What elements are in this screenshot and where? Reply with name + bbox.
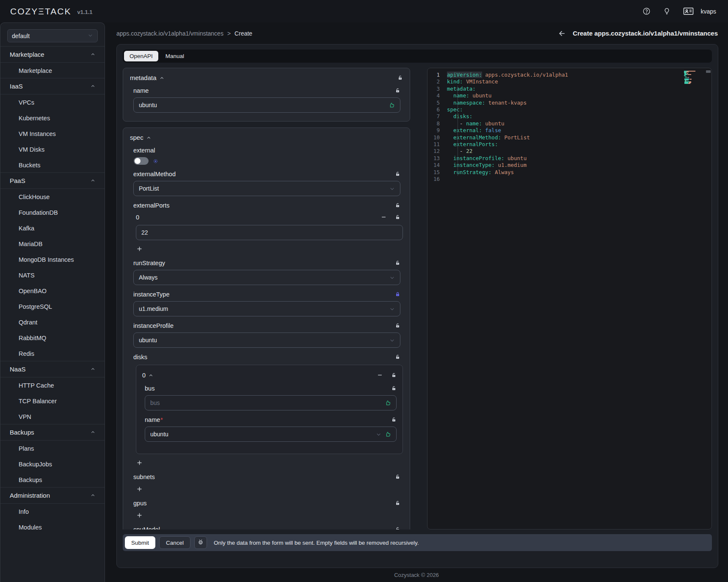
lock-icon[interactable] (391, 385, 397, 391)
tab-openapi[interactable]: OpenAPI (124, 51, 158, 61)
cancel-button[interactable]: Cancel (159, 536, 190, 549)
chevron-up-icon (91, 492, 95, 499)
lock-icon[interactable] (395, 171, 400, 177)
sidebar-item-qdrant[interactable]: Qdrant (0, 314, 105, 330)
editor-minimap[interactable] (684, 71, 703, 85)
runStrategy-select[interactable]: Always (133, 270, 400, 285)
sidebar-section-iaas[interactable]: IaaS (0, 78, 105, 94)
sidebar-item-backups[interactable]: Backups (0, 472, 105, 488)
sidebar-item-backupjobs[interactable]: BackupJobs (0, 456, 105, 472)
sidebar-item-nats[interactable]: NATS (0, 267, 105, 283)
sidebar-section-administration[interactable]: Administration (0, 487, 105, 504)
field-label: bus (145, 385, 154, 392)
field-externalMethod: externalMethod PortList (133, 171, 400, 196)
lock-icon[interactable] (395, 202, 400, 208)
sidebar-item-tcp-balancer[interactable]: TCP Balancer (0, 393, 105, 409)
sidebar-item-openbao[interactable]: OpenBAO (0, 283, 105, 299)
default-indicator-icon[interactable] (153, 159, 158, 164)
remove-item-button[interactable] (376, 371, 384, 379)
action-bar: Submit Cancel Only the data from the for… (123, 534, 712, 551)
line-number: 10 (427, 134, 447, 141)
sidebar-item-kafka[interactable]: Kafka (0, 220, 105, 236)
field-disk-name: name* ubuntu (145, 416, 397, 442)
externalMethod-select[interactable]: PortList (133, 181, 400, 196)
editor-scrollbar[interactable] (706, 70, 711, 73)
disk-name-select[interactable]: ubuntu (145, 427, 397, 442)
thumbs-up-icon[interactable] (389, 102, 395, 108)
breadcrumb-path[interactable]: apps.cozystack.io/v1alpha1/vminstances (116, 30, 223, 37)
add-disk-button[interactable] (136, 459, 145, 466)
metadata-name-input[interactable] (139, 102, 385, 108)
disk-bus-input[interactable] (150, 399, 381, 406)
thumbs-up-icon[interactable] (385, 431, 391, 438)
sidebar-item-kubernetes[interactable]: Kubernetes (0, 110, 105, 126)
sidebar-item-mongodb-instances[interactable]: MongoDB Instances (0, 252, 105, 267)
help-icon[interactable] (643, 7, 651, 15)
add-externalPort-button[interactable] (136, 245, 145, 252)
sidebar-section-paas[interactable]: PaaS (0, 172, 105, 189)
collapse-caret-icon[interactable] (149, 373, 153, 378)
lock-icon[interactable] (395, 500, 400, 506)
field-label: runStrategy (133, 260, 165, 266)
lock-icon[interactable] (395, 214, 400, 220)
line-number: 3 (427, 86, 447, 92)
user-badge-icon[interactable] (683, 7, 694, 16)
sidebar-item-buckets[interactable]: Buckets (0, 157, 105, 173)
section-spec: spec external (123, 127, 410, 529)
sidebar-item-vpn[interactable]: VPN (0, 409, 105, 424)
sidebar-item-marketplace[interactable]: Marketplace (0, 63, 105, 78)
sidebar-item-plans[interactable]: Plans (0, 441, 105, 456)
sidebar-item-redis[interactable]: Redis (0, 346, 105, 361)
sidebar-section-marketplace[interactable]: Marketplace (0, 46, 105, 63)
submit-button[interactable]: Submit (125, 536, 155, 549)
sidebar-item-vm-instances[interactable]: VM Instances (0, 126, 105, 141)
sidebar-item-clickhouse[interactable]: ClickHouse (0, 189, 105, 205)
sidebar-item-vpcs[interactable]: VPCs (0, 94, 105, 110)
instanceType-select[interactable]: u1.medium (133, 301, 400, 316)
lock-icon[interactable] (395, 323, 400, 329)
sidebar-section-backups[interactable]: Backups (0, 424, 105, 441)
yaml-editor[interactable]: 1apiVersion: apps.cozystack.io/v1alpha12… (427, 68, 712, 529)
lock-icon[interactable] (395, 474, 400, 480)
sidebar-item-vm-disks[interactable]: VM Disks (0, 141, 105, 157)
theme-lightbulb-icon[interactable] (663, 7, 670, 15)
sidebar-item-rabbitmq[interactable]: RabbitMQ (0, 330, 105, 346)
lock-icon[interactable] (397, 75, 403, 81)
lock-icon[interactable] (391, 417, 397, 423)
remove-item-button[interactable] (380, 213, 388, 221)
sidebar-item-modules[interactable]: Modules (0, 519, 105, 535)
back-arrow-icon[interactable] (558, 29, 566, 38)
sidebar-item-foundationdb[interactable]: FoundationDB (0, 205, 105, 220)
sidebar-section-naas[interactable]: NaaS (0, 361, 105, 377)
editor-line: 10 externalMethod: PortList (427, 134, 711, 141)
namespace-select[interactable]: default (7, 29, 98, 42)
add-gpu-button[interactable] (136, 512, 145, 519)
sidebar-item-http-cache[interactable]: HTTP Cache (0, 377, 105, 393)
lock-icon[interactable] (395, 354, 400, 360)
lock-icon[interactable] (395, 260, 400, 266)
sidebar-item-info[interactable]: Info (0, 504, 105, 519)
external-toggle[interactable] (134, 157, 149, 165)
lock-icon[interactable] (395, 88, 400, 94)
chevron-up-icon (91, 51, 95, 58)
field-label: subnets (133, 474, 155, 480)
lock-locked-icon[interactable] (395, 291, 400, 297)
add-subnet-button[interactable] (136, 485, 145, 493)
line-number: 7 (427, 113, 447, 120)
field-disks: disks (133, 354, 400, 360)
instanceProfile-select[interactable]: ubuntu (133, 333, 400, 348)
debug-button[interactable] (194, 536, 207, 549)
lock-icon[interactable] (395, 527, 400, 529)
lock-icon[interactable] (391, 372, 397, 378)
username[interactable]: kvaps (700, 8, 716, 15)
thumbs-up-icon[interactable] (385, 400, 391, 406)
required-marker: * (160, 416, 163, 423)
externalPorts-item-input[interactable] (141, 229, 397, 236)
collapse-caret-icon[interactable] (146, 136, 151, 140)
sidebar-item-mariadb[interactable]: MariaDB (0, 236, 105, 252)
collapse-caret-icon[interactable] (160, 76, 164, 80)
app-header: COZYΞTACK v1.1.1 kvaps (0, 0, 728, 22)
create-form-card: OpenAPI Manual metadata (116, 44, 718, 568)
tab-manual[interactable]: Manual (160, 51, 190, 61)
sidebar-item-postgresql[interactable]: PostgreSQL (0, 299, 105, 314)
